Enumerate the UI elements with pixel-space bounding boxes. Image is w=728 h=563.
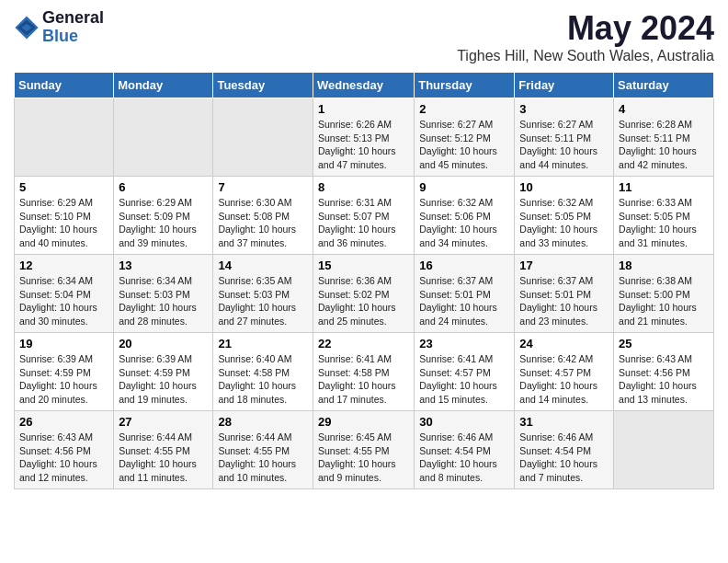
header-saturday: Saturday xyxy=(614,73,714,98)
calendar-cell: 26Sunrise: 6:43 AMSunset: 4:56 PMDayligh… xyxy=(15,411,114,489)
page-header: General Blue May 2024 Tighes Hill, New S… xyxy=(14,9,714,64)
header-friday: Friday xyxy=(515,73,614,98)
sunrise-text: Sunrise: 6:29 AM xyxy=(119,197,192,208)
daylight-text: Daylight: 10 hours and 42 minutes. xyxy=(619,145,697,170)
sunset-text: Sunset: 4:55 PM xyxy=(119,445,190,456)
sunset-text: Sunset: 5:12 PM xyxy=(419,132,491,144)
day-info: Sunrise: 6:38 AMSunset: 5:00 PMDaylight:… xyxy=(619,274,709,328)
daylight-text: Daylight: 10 hours and 33 minutes. xyxy=(519,224,597,248)
daylight-text: Daylight: 10 hours and 31 minutes. xyxy=(619,224,697,248)
day-number: 27 xyxy=(119,415,208,429)
sunrise-text: Sunrise: 6:43 AM xyxy=(19,431,93,442)
day-number: 20 xyxy=(119,337,208,350)
daylight-text: Daylight: 10 hours and 47 minutes. xyxy=(318,145,396,170)
calendar-header-row: Sunday Monday Tuesday Wednesday Thursday… xyxy=(15,73,714,98)
calendar-week-row: 1Sunrise: 6:26 AMSunset: 5:13 PMDaylight… xyxy=(15,98,714,177)
logo-text: General Blue xyxy=(42,9,104,46)
calendar-cell: 11Sunrise: 6:33 AMSunset: 5:05 PMDayligh… xyxy=(614,177,714,255)
calendar-cell: 30Sunrise: 6:46 AMSunset: 4:54 PMDayligh… xyxy=(415,411,515,489)
calendar-cell: 3Sunrise: 6:27 AMSunset: 5:11 PMDaylight… xyxy=(515,98,614,177)
calendar-cell: 22Sunrise: 6:41 AMSunset: 4:58 PMDayligh… xyxy=(313,333,414,411)
day-number: 25 xyxy=(619,337,709,350)
day-number: 26 xyxy=(19,415,108,429)
calendar-week-row: 5Sunrise: 6:29 AMSunset: 5:10 PMDaylight… xyxy=(15,177,714,255)
header-sunday: Sunday xyxy=(15,73,114,98)
calendar-cell: 13Sunrise: 6:34 AMSunset: 5:03 PMDayligh… xyxy=(114,255,213,333)
sunrise-text: Sunrise: 6:38 AM xyxy=(619,275,692,286)
daylight-text: Daylight: 10 hours and 34 minutes. xyxy=(419,224,497,248)
sunrise-text: Sunrise: 6:29 AM xyxy=(19,197,93,208)
sunset-text: Sunset: 4:59 PM xyxy=(119,367,190,378)
calendar-cell: 7Sunrise: 6:30 AMSunset: 5:08 PMDaylight… xyxy=(213,177,313,255)
daylight-text: Daylight: 10 hours and 25 minutes. xyxy=(318,302,396,327)
sunrise-text: Sunrise: 6:27 AM xyxy=(519,119,593,130)
sunset-text: Sunset: 4:56 PM xyxy=(619,367,690,378)
day-info: Sunrise: 6:46 AMSunset: 4:54 PMDaylight:… xyxy=(419,431,509,485)
calendar-cell xyxy=(15,98,114,177)
sunrise-text: Sunrise: 6:34 AM xyxy=(19,275,93,286)
sunset-text: Sunset: 5:09 PM xyxy=(119,211,190,222)
calendar-cell: 10Sunrise: 6:32 AMSunset: 5:05 PMDayligh… xyxy=(515,177,614,255)
day-number: 30 xyxy=(419,415,509,429)
calendar-cell: 6Sunrise: 6:29 AMSunset: 5:09 PMDaylight… xyxy=(114,177,213,255)
day-info: Sunrise: 6:29 AMSunset: 5:09 PMDaylight:… xyxy=(119,196,208,250)
daylight-text: Daylight: 10 hours and 28 minutes. xyxy=(119,302,197,327)
daylight-text: Daylight: 10 hours and 24 minutes. xyxy=(419,302,497,327)
sunrise-text: Sunrise: 6:32 AM xyxy=(419,197,493,208)
daylight-text: Daylight: 10 hours and 9 minutes. xyxy=(318,458,396,483)
calendar-cell: 31Sunrise: 6:46 AMSunset: 4:54 PMDayligh… xyxy=(515,411,614,489)
daylight-text: Daylight: 10 hours and 40 minutes. xyxy=(19,224,97,248)
day-number: 16 xyxy=(419,259,509,272)
day-info: Sunrise: 6:46 AMSunset: 4:54 PMDaylight:… xyxy=(519,431,609,485)
daylight-text: Daylight: 10 hours and 10 minutes. xyxy=(218,458,296,483)
calendar-week-row: 26Sunrise: 6:43 AMSunset: 4:56 PMDayligh… xyxy=(15,411,714,489)
calendar-cell xyxy=(114,98,213,177)
header-thursday: Thursday xyxy=(415,73,515,98)
calendar-week-row: 12Sunrise: 6:34 AMSunset: 5:04 PMDayligh… xyxy=(15,255,714,333)
day-info: Sunrise: 6:41 AMSunset: 4:58 PMDaylight:… xyxy=(318,352,409,407)
daylight-text: Daylight: 10 hours and 21 minutes. xyxy=(619,302,697,327)
calendar-cell: 29Sunrise: 6:45 AMSunset: 4:55 PMDayligh… xyxy=(313,411,414,489)
day-info: Sunrise: 6:39 AMSunset: 4:59 PMDaylight:… xyxy=(19,352,108,407)
calendar-cell: 15Sunrise: 6:36 AMSunset: 5:02 PMDayligh… xyxy=(313,255,414,333)
day-info: Sunrise: 6:45 AMSunset: 4:55 PMDaylight:… xyxy=(318,431,409,485)
day-number: 4 xyxy=(619,102,709,116)
sunset-text: Sunset: 4:55 PM xyxy=(318,445,390,456)
sunrise-text: Sunrise: 6:42 AM xyxy=(519,353,593,364)
daylight-text: Daylight: 10 hours and 20 minutes. xyxy=(19,380,97,405)
header-monday: Monday xyxy=(114,73,213,98)
day-info: Sunrise: 6:43 AMSunset: 4:56 PMDaylight:… xyxy=(619,352,709,407)
sunrise-text: Sunrise: 6:41 AM xyxy=(318,353,392,364)
sunrise-text: Sunrise: 6:35 AM xyxy=(218,275,291,286)
day-info: Sunrise: 6:27 AMSunset: 5:11 PMDaylight:… xyxy=(519,118,609,172)
sunset-text: Sunset: 5:02 PM xyxy=(318,289,390,300)
day-info: Sunrise: 6:26 AMSunset: 5:13 PMDaylight:… xyxy=(318,118,409,172)
header-tuesday: Tuesday xyxy=(213,73,313,98)
sunrise-text: Sunrise: 6:39 AM xyxy=(19,353,93,364)
day-number: 17 xyxy=(519,259,609,272)
day-number: 11 xyxy=(619,180,709,194)
sunset-text: Sunset: 5:00 PM xyxy=(619,289,690,300)
day-number: 24 xyxy=(519,337,609,350)
sunrise-text: Sunrise: 6:28 AM xyxy=(619,119,692,130)
sunrise-text: Sunrise: 6:43 AM xyxy=(619,353,692,364)
day-info: Sunrise: 6:28 AMSunset: 5:11 PMDaylight:… xyxy=(619,118,709,172)
logo: General Blue xyxy=(14,9,104,46)
calendar-cell: 24Sunrise: 6:42 AMSunset: 4:57 PMDayligh… xyxy=(515,333,614,411)
day-info: Sunrise: 6:30 AMSunset: 5:08 PMDaylight:… xyxy=(218,196,308,250)
daylight-text: Daylight: 10 hours and 18 minutes. xyxy=(218,380,296,405)
sunset-text: Sunset: 5:03 PM xyxy=(119,289,190,300)
day-number: 9 xyxy=(419,180,509,194)
sunset-text: Sunset: 4:55 PM xyxy=(218,445,290,456)
day-number: 18 xyxy=(619,259,709,272)
calendar-cell: 9Sunrise: 6:32 AMSunset: 5:06 PMDaylight… xyxy=(415,177,515,255)
daylight-text: Daylight: 10 hours and 17 minutes. xyxy=(318,380,396,405)
day-info: Sunrise: 6:44 AMSunset: 4:55 PMDaylight:… xyxy=(218,431,308,485)
day-number: 7 xyxy=(218,180,308,194)
day-number: 15 xyxy=(318,259,409,272)
sunset-text: Sunset: 5:04 PM xyxy=(19,289,91,300)
day-info: Sunrise: 6:34 AMSunset: 5:04 PMDaylight:… xyxy=(19,274,108,328)
day-number: 6 xyxy=(119,180,208,194)
calendar-cell: 12Sunrise: 6:34 AMSunset: 5:04 PMDayligh… xyxy=(15,255,114,333)
day-info: Sunrise: 6:32 AMSunset: 5:06 PMDaylight:… xyxy=(419,196,509,250)
